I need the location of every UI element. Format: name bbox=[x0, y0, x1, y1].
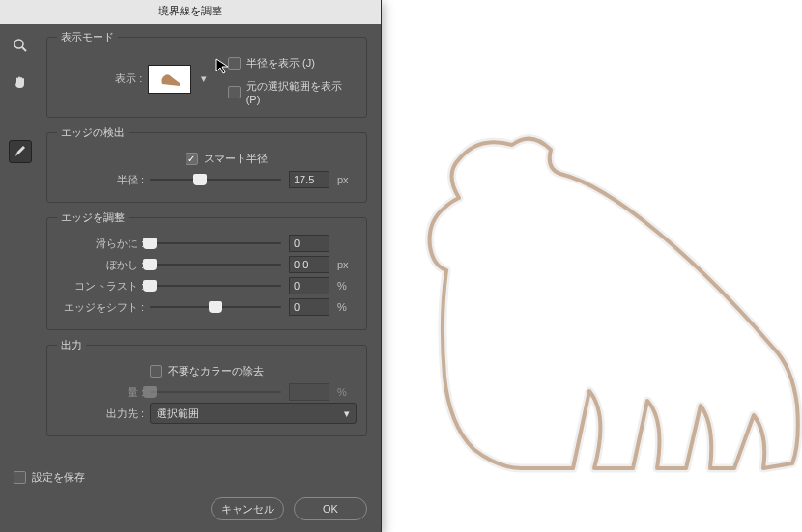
refine-brush-tool[interactable] bbox=[9, 140, 32, 163]
selection-outline-preview bbox=[406, 116, 802, 483]
brush-icon bbox=[13, 144, 28, 159]
radius-slider[interactable] bbox=[150, 179, 281, 181]
output-to-value: 選択範囲 bbox=[157, 406, 199, 421]
edge-adjust-group: エッジを調整 滑らかに : ぼかし : px コントラスト : % エッジをシフ… bbox=[46, 210, 367, 330]
magnifier-icon bbox=[13, 38, 28, 53]
decontaminate-option[interactable]: 不要なカラーの除去 bbox=[150, 360, 264, 381]
show-original-option[interactable]: 元の選択範囲を表示 (P) bbox=[228, 79, 357, 105]
shift-slider[interactable] bbox=[150, 306, 281, 308]
checkbox-icon bbox=[14, 471, 26, 484]
checkbox-checked-icon: ✓ bbox=[186, 153, 198, 165]
slider-knob[interactable] bbox=[193, 174, 207, 185]
view-mode-group: 表示モード 表示 : ▾ 半径を表示 (J) bbox=[46, 30, 367, 118]
slider-knob[interactable] bbox=[143, 259, 157, 270]
view-thumbnail[interactable] bbox=[148, 65, 191, 94]
feather-slider[interactable] bbox=[150, 264, 281, 266]
slider-knob[interactable] bbox=[143, 280, 157, 292]
cancel-button[interactable]: キャンセル bbox=[211, 497, 284, 520]
checkbox-icon bbox=[150, 365, 162, 378]
unit-label: px bbox=[337, 174, 357, 185]
edge-adjust-legend: エッジを調整 bbox=[57, 210, 129, 225]
output-to-select[interactable]: 選択範囲 ▾ bbox=[150, 403, 357, 424]
contrast-label: コントラスト : bbox=[57, 279, 144, 294]
output-legend: 出力 bbox=[57, 338, 86, 352]
edge-detect-legend: エッジの検出 bbox=[57, 126, 129, 140]
smart-radius-option[interactable]: ✓ スマート半径 bbox=[186, 148, 268, 169]
chevron-down-icon: ▾ bbox=[201, 72, 207, 85]
smooth-label: 滑らかに : bbox=[57, 237, 144, 251]
slider-knob[interactable] bbox=[209, 301, 222, 313]
show-radius-option[interactable]: 半径を表示 (J) bbox=[228, 52, 357, 73]
unit-label: % bbox=[337, 301, 357, 313]
contrast-input[interactable] bbox=[289, 277, 329, 294]
hand-icon bbox=[13, 74, 28, 90]
tool-strip bbox=[0, 24, 41, 459]
view-mode-legend: 表示モード bbox=[57, 30, 118, 44]
amount-label: 量 : bbox=[57, 385, 144, 400]
radius-input[interactable] bbox=[289, 171, 329, 188]
smooth-input[interactable] bbox=[289, 235, 329, 252]
remember-settings-option[interactable]: 設定を保存 bbox=[14, 466, 367, 488]
amount-input bbox=[289, 383, 329, 401]
feather-input[interactable] bbox=[289, 256, 329, 273]
ok-button[interactable]: OK bbox=[294, 497, 367, 520]
radius-label: 半径 : bbox=[57, 173, 144, 187]
shift-input[interactable] bbox=[289, 298, 329, 316]
svg-point-0 bbox=[14, 40, 23, 48]
contrast-slider[interactable] bbox=[150, 285, 281, 287]
view-label: 表示 : bbox=[57, 71, 142, 86]
decontaminate-label: 不要なカラーの除去 bbox=[168, 364, 264, 378]
dialog-title: 境界線を調整 bbox=[0, 0, 381, 24]
smooth-slider[interactable] bbox=[150, 242, 281, 244]
checkbox-icon bbox=[228, 57, 241, 70]
checkbox-icon bbox=[228, 86, 241, 98]
refine-edge-dialog: 境界線を調整 表示モード 表示 : ▾ bbox=[0, 0, 382, 532]
amount-slider bbox=[150, 391, 281, 393]
show-original-label: 元の選択範囲を表示 (P) bbox=[246, 79, 357, 105]
unit-label: px bbox=[337, 259, 357, 270]
hand-tool[interactable] bbox=[9, 70, 32, 94]
slider-knob bbox=[143, 386, 157, 398]
show-radius-label: 半径を表示 (J) bbox=[246, 56, 315, 70]
shift-label: エッジをシフト : bbox=[57, 300, 144, 315]
unit-label: % bbox=[337, 280, 357, 292]
slider-knob[interactable] bbox=[143, 238, 157, 249]
smart-radius-label: スマート半径 bbox=[204, 152, 268, 166]
remember-label: 設定を保存 bbox=[32, 470, 85, 485]
chevron-down-icon: ▾ bbox=[344, 407, 350, 420]
view-dropdown[interactable]: ▾ bbox=[197, 72, 211, 85]
unit-label: % bbox=[337, 386, 357, 398]
feather-label: ぼかし : bbox=[57, 258, 144, 272]
output-to-label: 出力先 : bbox=[57, 406, 144, 421]
edge-detection-group: エッジの検出 ✓ スマート半径 半径 : px bbox=[46, 126, 367, 203]
thumbnail-icon bbox=[157, 70, 184, 88]
output-group: 出力 不要なカラーの除去 量 : % 出力先 : 選択範囲 ▾ bbox=[46, 338, 367, 436]
zoom-tool[interactable] bbox=[9, 34, 32, 57]
svg-line-1 bbox=[22, 47, 26, 51]
